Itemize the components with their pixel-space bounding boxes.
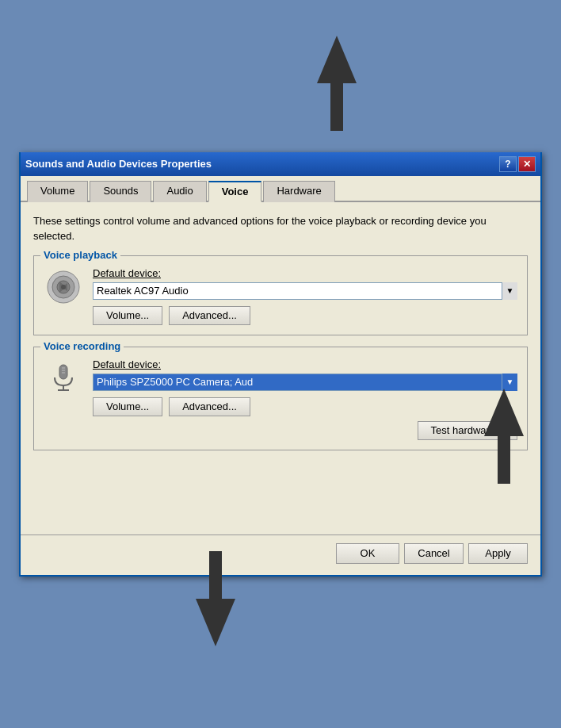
recording-volume-button[interactable]: Volume... — [93, 397, 162, 416]
default-device-label-text: Default device: — [93, 267, 161, 279]
playback-device-select[interactable]: Realtek AC97 Audio — [93, 282, 517, 300]
voice-recording-content: Default device: Philips SPZ5000 PC Camer… — [44, 358, 517, 440]
svg-rect-4 — [59, 365, 67, 379]
title-bar-buttons: ? ✕ — [499, 156, 536, 172]
recording-device-select[interactable]: Philips SPZ5000 PC Camera; Aud — [93, 374, 517, 391]
speaker-icon — [44, 267, 83, 307]
tabs-container: Volume Sounds Audio Voice Hardware — [21, 176, 540, 202]
tab-voice[interactable]: Voice — [208, 181, 262, 202]
playback-dropdown-wrapper[interactable]: Realtek AC97 Audio ▼ — [93, 282, 517, 300]
apply-button[interactable]: Apply — [468, 543, 528, 564]
bottom-buttons: OK Cancel Apply — [21, 535, 540, 575]
recording-dropdown-wrapper[interactable]: Philips SPZ5000 PC Camera; Aud ▼ — [93, 374, 517, 391]
test-hardware-button[interactable]: Test hardware... — [418, 421, 518, 440]
test-hardware-row: Test hardware... — [93, 421, 517, 440]
playback-dropdown-row: Realtek AC97 Audio ▼ — [93, 282, 517, 300]
voice-recording-title: Voice recording — [40, 340, 124, 352]
voice-recording-controls: Default device: Philips SPZ5000 PC Camer… — [93, 358, 517, 440]
spacer — [33, 462, 528, 525]
recording-dropdown-row: Philips SPZ5000 PC Camera; Aud ▼ — [93, 374, 517, 391]
voice-recording-group: Voice recording — [33, 347, 528, 450]
voice-playback-group: Voice playback Defa — [33, 255, 528, 335]
tab-audio[interactable]: Audio — [153, 181, 206, 202]
recording-buttons-row: Volume... Advanced... — [93, 397, 517, 416]
main-window: Sounds and Audio Devices Properties ? ✕ … — [19, 152, 542, 577]
recording-advanced-button[interactable]: Advanced... — [169, 397, 250, 416]
close-button[interactable]: ✕ — [518, 156, 536, 172]
arrow-up-voice — [313, 36, 361, 131]
voice-playback-content: Default device: Realtek AC97 Audio ▼ — [44, 267, 517, 325]
playback-buttons-row: Volume... Advanced... — [93, 306, 517, 325]
recording-device-label: Default device: — [93, 358, 517, 370]
help-button[interactable]: ? — [499, 156, 517, 172]
description-text: These settings control volume and advanc… — [33, 213, 528, 244]
window-title: Sounds and Audio Devices Properties — [25, 158, 212, 170]
tab-sounds[interactable]: Sounds — [90, 181, 151, 202]
svg-marker-10 — [317, 36, 357, 131]
tab-content: These settings control volume and advanc… — [21, 202, 540, 535]
tab-hardware[interactable]: Hardware — [263, 181, 334, 202]
playback-volume-button[interactable]: Volume... — [93, 306, 162, 325]
cancel-button[interactable]: Cancel — [404, 543, 464, 564]
microphone-icon — [44, 358, 83, 398]
playback-advanced-button[interactable]: Advanced... — [169, 306, 250, 325]
voice-playback-controls: Default device: Realtek AC97 Audio ▼ — [93, 267, 517, 325]
title-bar: Sounds and Audio Devices Properties ? ✕ — [21, 152, 540, 176]
tab-volume[interactable]: Volume — [27, 181, 88, 202]
default-device-label-rec-text: Default device: — [93, 358, 161, 370]
ok-button[interactable]: OK — [336, 543, 399, 564]
voice-playback-title: Voice playback — [40, 249, 120, 261]
playback-device-label: Default device: — [93, 267, 517, 279]
